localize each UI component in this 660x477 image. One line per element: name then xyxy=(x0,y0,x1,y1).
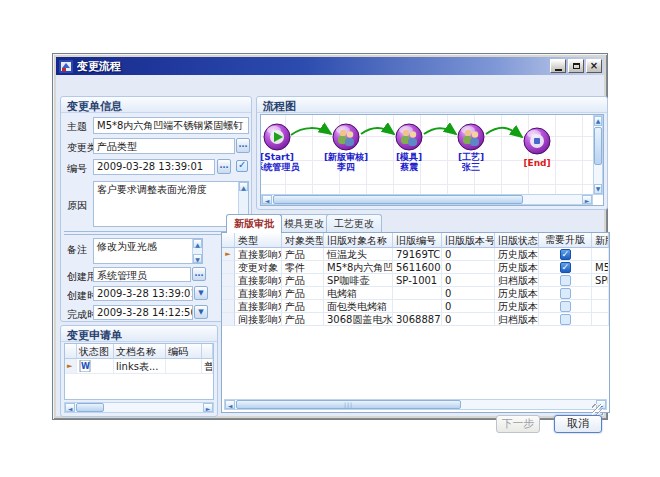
column-header[interactable]: 新版 xyxy=(592,233,609,248)
app-icon xyxy=(59,60,73,73)
upgrade-checkbox[interactable] xyxy=(560,301,571,312)
row-indicator: ► xyxy=(222,287,235,300)
scrollbar-thumb[interactable] xyxy=(76,403,104,412)
column-header[interactable]: 旧版编号 xyxy=(393,233,442,248)
column-header[interactable]: 旧版对象名称 xyxy=(324,233,393,248)
cancel-button[interactable]: 取消 xyxy=(554,415,602,433)
flow-node-craft[interactable] xyxy=(458,124,484,150)
new-name-cell: SP咖 xyxy=(592,274,609,287)
number-checkbox[interactable] xyxy=(236,160,248,172)
scroll-down-icon[interactable]: ▼ xyxy=(193,254,202,263)
table-row[interactable]: ► 间接影响对象 产品 3068圆盖电水壶 3068887 0 归档版本 xyxy=(222,313,609,326)
flow-node-review[interactable] xyxy=(333,124,359,150)
request-table-row[interactable]: ► W links表... 普 xyxy=(65,359,213,374)
remark-textarea[interactable]: 修改为亚光感 ▲ ▼ xyxy=(93,238,203,264)
column-header[interactable]: 文档名称 xyxy=(114,344,166,359)
upgrade-checkbox[interactable] xyxy=(560,249,571,260)
subject-input[interactable]: M5*8内六角凹端不锈钢紧固螺钉 xyxy=(93,117,249,134)
type-cell: 直接影响对象 xyxy=(235,248,282,261)
next-button[interactable]: 下一步 xyxy=(496,415,540,433)
table-row[interactable]: ► 直接影响对象 产品 电烤箱 0 历史版本 xyxy=(222,287,609,300)
status-icon-cell: W xyxy=(77,359,114,374)
scrollbar-thumb[interactable] xyxy=(594,127,602,165)
minimize-button[interactable] xyxy=(550,59,566,73)
finish-time-input[interactable]: 2009-3-28 14:12:50 xyxy=(93,305,193,320)
grid-horizontal-scrollbar[interactable]: ◄ ||| ► xyxy=(224,399,607,410)
tab-mold-change[interactable]: 模具更改 xyxy=(276,214,332,232)
request-horizontal-scrollbar[interactable]: ◄ ► xyxy=(64,402,214,413)
scroll-left-icon[interactable]: ◄ xyxy=(225,400,235,409)
column-header[interactable]: 对象类型 xyxy=(282,233,324,248)
old-code-cell: SP-1001 xyxy=(393,274,442,287)
upgrade-checkbox[interactable] xyxy=(560,314,571,325)
table-row[interactable]: ► 变更对象 零件 M5*8内六角凹... 5611600 0 历史版本 M5*… xyxy=(222,261,609,274)
upgrade-cell xyxy=(539,248,592,261)
creator-input[interactable]: 系统管理员 xyxy=(93,267,191,282)
table-row[interactable]: ► 直接影响对象 产品 面包类电烤箱 0 历史版本 xyxy=(222,300,609,313)
old-code-cell: 79169TC xyxy=(393,248,442,261)
upgrade-checkbox[interactable] xyxy=(560,288,571,299)
tab-new-version-approval[interactable]: 新版审批 xyxy=(226,214,282,233)
remark-label: 备注 xyxy=(67,243,87,257)
subject-label: 主题 xyxy=(67,120,87,134)
restore-button[interactable] xyxy=(568,59,584,73)
column-header[interactable]: 状态图 xyxy=(77,344,114,359)
upgrade-checkbox[interactable] xyxy=(560,275,571,286)
flow-node-mold[interactable] xyxy=(396,124,422,150)
scroll-up-icon[interactable]: ▲ xyxy=(239,182,248,191)
flow-node-start[interactable] xyxy=(264,124,290,150)
scroll-up-icon[interactable]: ▲ xyxy=(193,239,202,248)
scroll-left-icon[interactable]: ◄ xyxy=(65,403,75,412)
old-version-cell: 0 xyxy=(442,287,495,300)
titlebar[interactable]: 变更流程 × xyxy=(56,57,604,75)
scroll-up-icon[interactable]: ▲ xyxy=(594,116,602,126)
scroll-down-icon[interactable]: ▼ xyxy=(594,184,602,194)
finish-time-dropdown-button[interactable]: ▼ xyxy=(194,305,208,319)
old-code-cell: 5611600 xyxy=(393,261,442,274)
scroll-left-icon[interactable]: ◄ xyxy=(262,195,272,204)
column-header[interactable]: 旧版状态 xyxy=(495,233,539,248)
flow-vertical-scrollbar[interactable]: ▲ ▼ xyxy=(593,115,603,195)
column-header[interactable]: 需要升版 xyxy=(539,233,592,248)
code-cell xyxy=(166,359,202,374)
old-status-cell: 归档版本 xyxy=(495,274,539,287)
flow-horizontal-scrollbar[interactable]: ◄ ► xyxy=(261,194,593,205)
close-button[interactable]: × xyxy=(586,59,602,73)
tab-craft-change[interactable]: 工艺更改 xyxy=(326,214,382,232)
type-cell: 变更对象 xyxy=(235,261,282,274)
object-type-cell: 产品 xyxy=(282,287,324,300)
column-header[interactable]: 类型 xyxy=(235,233,282,248)
flow-node-end[interactable] xyxy=(524,128,550,154)
number-ellipsis-button[interactable]: ... xyxy=(217,159,231,174)
change-request-panel: 变更申请单 状态图 文档名称 编码 ► W xyxy=(60,325,218,417)
flow-chart-panel: 流程图 xyxy=(256,96,608,210)
column-header[interactable]: 旧版版本号 xyxy=(442,233,495,248)
scroll-right-icon[interactable]: ► xyxy=(203,403,213,412)
change-type-ellipsis-button[interactable]: ... xyxy=(236,138,250,153)
number-input[interactable]: 2009-03-28 13:39:01 xyxy=(93,159,215,175)
create-time-input[interactable]: 2009-3-28 13:39:01 xyxy=(93,286,193,301)
scrollbar-thumb[interactable] xyxy=(273,195,523,204)
scrollbar-thumb[interactable]: ||| xyxy=(236,400,461,409)
upgrade-checkbox[interactable] xyxy=(560,262,571,273)
old-name-cell: 3068圆盖电水壶 xyxy=(324,313,393,326)
reason-text: 客户要求调整表面光滑度 xyxy=(97,184,207,195)
scroll-right-icon[interactable]: ► xyxy=(582,195,592,204)
selected-row-icon: ► xyxy=(67,360,74,372)
remark-text: 修改为亚光感 xyxy=(97,241,157,252)
flow-canvas[interactable]: [Start]系统管理员 [新版审核]李四 [模具]蔡震 [工艺]张三 [End… xyxy=(260,114,604,206)
remark-scrollbar[interactable]: ▲ ▼ xyxy=(192,239,202,263)
old-name-cell: 面包类电烤箱 xyxy=(324,300,393,313)
upgrade-cell xyxy=(539,287,592,300)
table-row[interactable]: ► 直接影响对象 产品 SP咖啡壶 SP-1001 0 归档版本 SP咖 xyxy=(222,274,609,287)
flow-arrow xyxy=(486,128,522,137)
resize-grip[interactable] xyxy=(592,404,603,415)
new-name-cell xyxy=(592,300,609,313)
flow-arrow xyxy=(361,128,394,134)
table-row[interactable]: ► 直接影响对象 产品 恒温龙头 79169TC 0 历史版本 xyxy=(222,248,609,261)
column-header[interactable]: 编码 xyxy=(166,344,202,359)
change-type-input[interactable]: 产品类型 xyxy=(93,138,235,154)
creator-ellipsis-button[interactable]: ... xyxy=(192,267,206,281)
old-version-cell: 0 xyxy=(442,261,495,274)
create-time-dropdown-button[interactable]: ▼ xyxy=(194,286,208,300)
